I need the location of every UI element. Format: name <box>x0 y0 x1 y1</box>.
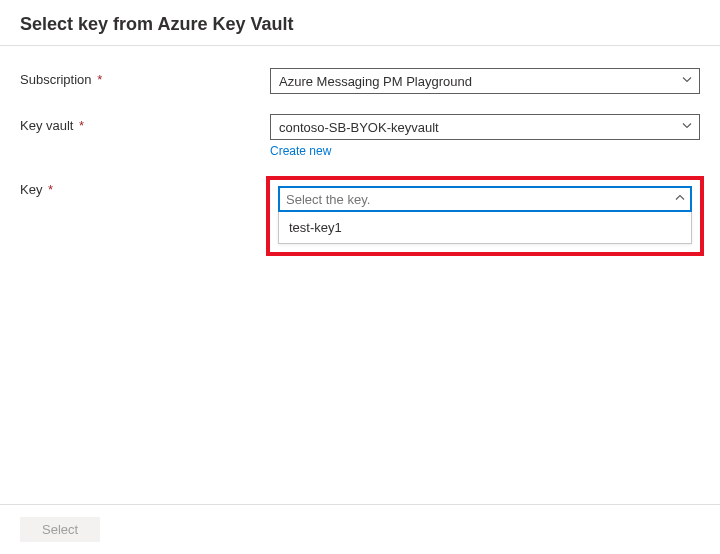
subscription-label-text: Subscription <box>20 72 92 87</box>
key-input[interactable] <box>278 186 692 212</box>
select-button[interactable]: Select <box>20 517 100 542</box>
footer: Select <box>0 504 720 554</box>
keyvault-select[interactable]: contoso-SB-BYOK-keyvault <box>270 114 700 140</box>
subscription-select[interactable]: Azure Messaging PM Playground <box>270 68 700 94</box>
required-mark: * <box>48 182 53 197</box>
keyvault-value: contoso-SB-BYOK-keyvault <box>279 120 439 135</box>
key-label-text: Key <box>20 182 42 197</box>
required-mark: * <box>97 72 102 87</box>
subscription-row: Subscription * Azure Messaging PM Playgr… <box>20 68 700 94</box>
key-highlight-box: test-key1 <box>266 176 704 256</box>
form-area: Subscription * Azure Messaging PM Playgr… <box>0 46 720 256</box>
key-dropdown-panel: test-key1 <box>278 212 692 244</box>
subscription-label: Subscription * <box>20 68 270 87</box>
key-label: Key * <box>20 178 270 197</box>
keyvault-label: Key vault * <box>20 114 270 133</box>
chevron-down-icon <box>681 120 693 135</box>
key-row: Key * test-key1 <box>20 178 700 256</box>
chevron-down-icon <box>681 74 693 89</box>
key-option[interactable]: test-key1 <box>279 212 691 243</box>
page-title: Select key from Azure Key Vault <box>20 14 700 35</box>
keyvault-label-text: Key vault <box>20 118 73 133</box>
key-select[interactable] <box>278 186 692 212</box>
subscription-value: Azure Messaging PM Playground <box>279 74 472 89</box>
keyvault-row: Key vault * contoso-SB-BYOK-keyvault Cre… <box>20 114 700 158</box>
required-mark: * <box>79 118 84 133</box>
create-new-link[interactable]: Create new <box>270 144 331 158</box>
